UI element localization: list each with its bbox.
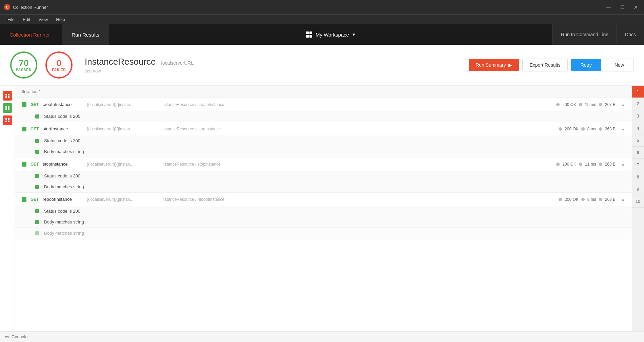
tab-run-results-label: Run Results — [72, 32, 99, 38]
test-status-indicator — [35, 231, 39, 235]
tab-collection-runner[interactable]: Collection Runner — [0, 24, 59, 45]
request-name: stopInstance — [43, 162, 87, 167]
svg-rect-7 — [8, 108, 9, 110]
tab-collection-runner-label: Collection Runner — [9, 32, 50, 38]
test-row: Body matches string — [15, 181, 632, 192]
run-in-command-line-button[interactable]: Run In Command Line — [552, 24, 617, 45]
page-item-1[interactable]: 1 — [632, 86, 644, 98]
run-summary-button[interactable]: Run Summary ▶ — [469, 59, 519, 71]
minimize-button[interactable]: — — [604, 3, 613, 11]
sidebar-icon-1[interactable] — [3, 91, 12, 101]
page-item-9[interactable]: 9 — [632, 183, 644, 195]
page-item-7[interactable]: 7 — [632, 159, 644, 171]
expand-icon[interactable]: ▲ — [621, 102, 625, 107]
expand-icon[interactable]: ▲ — [621, 197, 625, 202]
title-bar: C Collection Runner — □ ✕ — [0, 0, 644, 14]
passed-count: 70 — [19, 58, 29, 68]
request-url: {{localserverurl}}{{instan... — [87, 197, 155, 202]
size-dot — [599, 127, 602, 131]
status-dot — [556, 103, 560, 106]
sidebar-icon-2[interactable] — [3, 103, 12, 113]
failed-label: FAILED — [52, 68, 66, 72]
window-controls: — □ ✕ — [604, 3, 640, 11]
request-name: rebootInstance — [43, 197, 87, 202]
request-url: {{localserverurl}}{{instan... — [87, 127, 155, 131]
tab-run-results[interactable]: Run Results — [62, 24, 109, 45]
request-main-startinstance[interactable]: GET startInstance {{localserverurl}}{{in… — [15, 122, 632, 135]
menu-view[interactable]: View — [35, 16, 51, 23]
title-bar-title: Collection Runner — [13, 5, 604, 10]
passed-label: PASSED — [16, 68, 32, 72]
request-row: GET startInstance {{localserverurl}}{{in… — [15, 122, 632, 157]
environment-name: localserverURL — [161, 60, 194, 66]
svg-rect-8 — [5, 118, 7, 120]
request-row: GET createInstance {{localserverurl}}{{i… — [15, 98, 632, 122]
menu-help[interactable]: Help — [53, 16, 68, 23]
run-timestamp: just now — [85, 68, 461, 73]
main-content: 70 PASSED 0 FAILED InstanceResource loca… — [0, 45, 644, 331]
summary-info: InstanceResource localserverURL just now — [85, 57, 461, 73]
size-text: 263 B — [605, 162, 616, 167]
time-text: 15 ms — [585, 102, 596, 107]
time-dot — [581, 127, 585, 131]
size-text: 263 B — [605, 127, 616, 131]
expand-icon[interactable]: ▲ — [621, 162, 625, 167]
test-row: Body matches string — [15, 217, 632, 228]
export-results-button[interactable]: Export Results — [522, 59, 567, 71]
request-status-indicator — [22, 162, 26, 167]
svg-rect-3 — [8, 96, 9, 98]
results-list: Iteration 1 GET createInstance {{localse… — [15, 86, 632, 331]
request-main-createinstance[interactable]: GET createInstance {{localserverurl}}{{i… — [15, 98, 632, 111]
page-item-10[interactable]: 10 — [632, 195, 644, 208]
maximize-button[interactable]: □ — [619, 3, 626, 11]
request-method: GET — [31, 162, 43, 167]
svg-rect-11 — [8, 121, 9, 122]
close-button[interactable]: ✕ — [631, 3, 640, 11]
request-stats: 200 OK 11 ms 263 B — [556, 162, 616, 167]
request-method: GET — [31, 127, 43, 131]
docs-button[interactable]: Docs — [617, 24, 644, 45]
test-status-indicator — [35, 220, 39, 224]
workspace-selector[interactable]: My Workspace ▾ — [109, 31, 552, 38]
size-dot — [599, 163, 602, 166]
request-collection: InstanceResource / stopInstance — [155, 162, 556, 167]
expand-icon[interactable]: ▲ — [621, 127, 625, 131]
status-dot — [559, 127, 562, 131]
test-label: Status code is 200 — [44, 138, 80, 143]
time-text: 8 ms — [587, 197, 596, 202]
request-main-stopinstance[interactable]: GET stopInstance {{localserverurl}}{{ins… — [15, 157, 632, 171]
request-status-indicator — [22, 197, 26, 202]
request-status-indicator — [22, 102, 26, 107]
page-item-4[interactable]: 4 — [632, 122, 644, 134]
test-status-indicator — [35, 139, 39, 143]
page-item-6[interactable]: 6 — [632, 147, 644, 159]
svg-rect-9 — [8, 118, 9, 120]
workspace-grid-icon — [306, 31, 312, 38]
page-item-2[interactable]: 2 — [632, 98, 644, 110]
console-bar[interactable]: ▭ Console — [0, 331, 644, 342]
request-name: startInstance — [43, 126, 87, 131]
request-main-rebootinstance[interactable]: GET rebootInstance {{localserverurl}}{{i… — [15, 193, 632, 206]
status-text: 200 OK — [562, 162, 576, 167]
request-row: GET rebootInstance {{localserverurl}}{{i… — [15, 193, 632, 228]
page-item-8[interactable]: 8 — [632, 171, 644, 183]
sidebar-icon-3[interactable] — [3, 115, 12, 125]
request-row: GET stopInstance {{localserverurl}}{{ins… — [15, 157, 632, 193]
iteration-header: Iteration 1 — [15, 86, 632, 98]
request-method: GET — [31, 197, 43, 202]
retry-button[interactable]: Retry — [571, 59, 601, 71]
test-status-indicator — [35, 150, 39, 154]
test-label-partial: Body matches string — [44, 231, 84, 236]
menu-edit[interactable]: Edit — [19, 16, 34, 23]
test-label: Status code is 200 — [44, 114, 80, 119]
menu-file[interactable]: File — [4, 16, 18, 23]
test-status-indicator — [35, 174, 39, 178]
summary-actions: Run Summary ▶ Export Results Retry New — [469, 59, 634, 71]
size-text: 267 B — [605, 102, 616, 107]
svg-rect-2 — [5, 96, 7, 98]
new-button[interactable]: New — [605, 59, 634, 71]
failed-count: 0 — [57, 58, 61, 68]
test-label: Body matches string — [44, 219, 84, 225]
page-item-5[interactable]: 5 — [632, 134, 644, 147]
page-item-3[interactable]: 3 — [632, 110, 644, 122]
